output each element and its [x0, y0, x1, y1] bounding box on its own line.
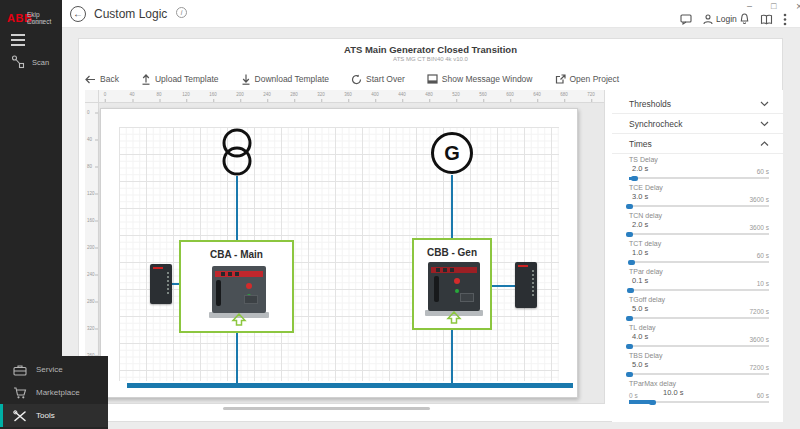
slider-tcn-delay: TCN delay 2.0 s 3600 s — [629, 212, 769, 240]
node-cba-main[interactable]: CBA - Main — [179, 240, 294, 333]
h-ruler-tick: 120 — [182, 92, 190, 97]
scan-icon — [11, 55, 26, 69]
v-ruler-tick: 0 — [87, 110, 90, 115]
h-ruler-tick: 600 — [506, 92, 514, 97]
h-ruler-tick: 400 — [371, 92, 379, 97]
slider-thumb[interactable] — [626, 204, 633, 209]
sidebar-item-marketplace-label: Marketplace — [36, 388, 80, 397]
h-ruler-tick: 0 — [104, 92, 107, 97]
ekip-module-cba[interactable] — [150, 264, 172, 304]
node-cbb-gen[interactable]: CBB - Gen — [412, 238, 492, 330]
notifications-bell-icon[interactable] — [739, 11, 750, 27]
open-external-icon — [555, 74, 566, 84]
slider-thumb[interactable] — [626, 232, 633, 237]
slider-thumb[interactable] — [626, 316, 633, 321]
sidebar-item-marketplace[interactable]: Marketplace — [0, 381, 108, 404]
upload-icon — [141, 74, 151, 85]
chat-icon[interactable] — [680, 11, 692, 27]
slider-tbs-delay: TBS Delay 5.0 s 7200 s — [629, 352, 769, 380]
slider-tparmax-delay: TParMax delay 10.0 s 0 s 60 s — [629, 380, 769, 408]
generator-letter: G — [444, 142, 460, 165]
h-ruler-tick: 320 — [317, 92, 325, 97]
marketplace-cart-icon — [13, 387, 27, 399]
v-ruler-tick: 320 — [87, 326, 95, 331]
kebab-menu-icon[interactable] — [783, 11, 787, 27]
up-arrow-icon — [231, 313, 247, 326]
maximize-button[interactable]: □ — [771, 1, 776, 11]
slider-thumb[interactable] — [631, 176, 638, 181]
back-button[interactable]: Back — [85, 74, 119, 84]
sidebar-item-service-label: Service — [36, 365, 63, 374]
ekip-connect-window: ← Custom Logic i – □ × Login ABB Ekip Co… — [0, 0, 800, 429]
h-ruler-tick: 280 — [290, 92, 298, 97]
wire-module-to-cba — [172, 283, 179, 285]
wire-cba-to-busbar — [236, 333, 238, 383]
minimize-button[interactable]: – — [747, 1, 752, 11]
node-cbb-title: CBB - Gen — [414, 247, 490, 258]
sidebar-item-scan[interactable]: Scan — [0, 52, 62, 72]
h-ruler-tick: 360 — [344, 92, 352, 97]
slider-tl-delay: TL delay 4.0 s 3600 s — [629, 324, 769, 352]
section-times[interactable]: Times — [612, 134, 783, 154]
message-window-icon — [427, 74, 438, 84]
slider-tct-delay: TCT delay 1.0 s 60 s — [629, 240, 769, 268]
product-version: 3.5.3.0 — [27, 19, 44, 25]
start-over-button[interactable]: Start Over — [351, 74, 405, 85]
h-ruler-tick: 200 — [236, 92, 244, 97]
transformer-symbol[interactable] — [219, 128, 255, 178]
chevron-down-icon — [760, 101, 769, 107]
sidebar-item-service[interactable]: Service — [0, 358, 108, 381]
slider-thumb[interactable] — [649, 400, 656, 405]
show-message-window-button[interactable]: Show Message Window — [427, 74, 533, 84]
h-ruler-tick: 80 — [156, 92, 161, 97]
section-synchrocheck[interactable]: Synchrocheck — [612, 114, 783, 134]
chevron-up-icon — [760, 141, 769, 147]
v-ruler-tick: 120 — [87, 191, 95, 196]
refresh-icon — [351, 74, 362, 85]
upload-template-button[interactable]: Upload Template — [141, 74, 219, 85]
info-icon[interactable]: i — [176, 7, 187, 18]
slider-thumb[interactable] — [628, 260, 635, 265]
h-ruler: 0408012016020024028032036040044048052056… — [99, 90, 605, 103]
v-ruler-tick: 200 — [87, 245, 95, 250]
login-button[interactable]: Login — [703, 11, 737, 27]
h-ruler-tick: 680 — [560, 92, 568, 97]
slider-thumb[interactable] — [626, 344, 633, 349]
sidebar-item-tools-label: Tools — [36, 411, 55, 420]
sidebar-bottom-nav: Service Marketplace Tools — [0, 356, 108, 429]
h-ruler-tick: 240 — [263, 92, 271, 97]
slider-ts-delay: TS Delay 2.0 s 60 s — [629, 156, 769, 184]
download-template-button[interactable]: Download Template — [241, 74, 330, 85]
h-ruler-tick: 560 — [479, 92, 487, 97]
section-thresholds[interactable]: Thresholds — [612, 94, 783, 114]
generator-symbol[interactable]: G — [431, 132, 473, 174]
chevron-down-icon — [760, 121, 769, 127]
back-circle-icon[interactable]: ← — [70, 6, 86, 22]
v-ruler-tick: 40 — [87, 137, 92, 142]
service-toolbox-icon — [13, 364, 27, 376]
page-title: Custom Logic — [94, 7, 167, 21]
h-ruler-tick: 440 — [398, 92, 406, 97]
v-ruler-tick: 160 — [87, 218, 95, 223]
tools-icon — [13, 410, 27, 422]
ekip-module-cbb[interactable] — [515, 262, 537, 308]
canvas-horizontal-scrollbar[interactable] — [223, 407, 430, 410]
slider-thumb[interactable] — [627, 288, 634, 293]
node-cba-title: CBA - Main — [181, 249, 292, 260]
open-project-button[interactable]: Open Project — [555, 74, 620, 84]
titlebar: ← Custom Logic i – □ × Login — [62, 0, 800, 28]
sidebar-item-tools[interactable]: Tools — [0, 404, 108, 427]
arrow-left-icon — [85, 75, 96, 84]
diagram-canvas[interactable]: 0408012016020024028032036040044048052056… — [85, 90, 605, 404]
times-sliders: TS Delay 2.0 s 60 s TCE Delay 3.0 s 3600… — [629, 156, 769, 408]
person-icon — [703, 14, 713, 25]
documentation-book-icon[interactable] — [760, 11, 773, 27]
slider-thumb[interactable] — [626, 372, 633, 377]
h-ruler-tick: 720 — [587, 92, 595, 97]
hamburger-menu-icon[interactable] — [11, 34, 25, 49]
v-ruler-tick: 80 — [87, 164, 92, 169]
h-ruler-tick: 480 — [425, 92, 433, 97]
close-button[interactable]: × — [796, 1, 800, 11]
settings-panel: Thresholds Synchrocheck Times TS Delay 2… — [612, 90, 783, 422]
sidebar-item-scan-label: Scan — [32, 58, 49, 67]
